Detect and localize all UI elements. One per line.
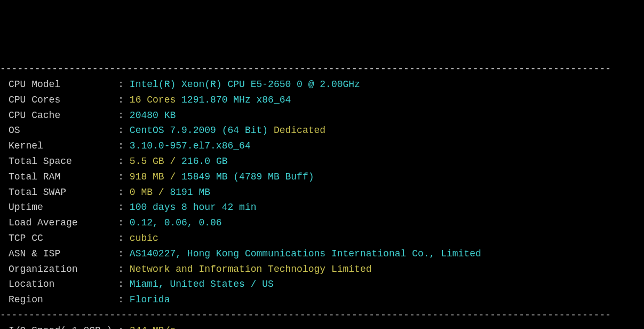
info-value: 8191 MB [164, 187, 210, 198]
info-value: 0 MB / [130, 187, 164, 198]
info-value: 5.5 GB / [130, 156, 176, 167]
info-value: AS140227, Hong Kong Communications Inter… [130, 248, 481, 259]
info-value: 16 Cores [130, 95, 176, 105]
info-label: ASN & ISP [9, 248, 118, 259]
info-row: Total Space : 5.5 GB / 216.0 GB [0, 154, 644, 169]
info-row: Uptime : 100 days 8 hour 42 min [0, 200, 644, 215]
colon: : [118, 140, 130, 151]
info-row: Load Average : 0.12, 0.06, 0.06 [0, 215, 644, 231]
colon: : [118, 248, 130, 259]
info-row: CPU Cache : 20480 KB [0, 108, 644, 123]
divider: ----------------------------------------… [0, 61, 644, 77]
info-row: Kernel : 3.10.0-957.el7.x86_64 [0, 138, 644, 154]
info-label: Uptime [9, 202, 118, 213]
colon: : [118, 325, 130, 329]
info-value: 15849 MB (4789 MB Buff) [176, 171, 314, 182]
info-value: 0.12, 0.06, 0.06 [130, 217, 222, 228]
info-label: Total RAM [9, 171, 118, 182]
info-label: TCP CC [9, 233, 118, 244]
io-label: I/O Speed( 1.0GB ) [9, 325, 118, 329]
info-label: Total Space [9, 156, 118, 167]
info-value: cubic [130, 233, 158, 244]
info-row: Total RAM : 918 MB / 15849 MB (4789 MB B… [0, 169, 644, 185]
info-value: Florida [130, 294, 170, 305]
info-value: 216.0 GB [176, 156, 227, 167]
info-label: CPU Cache [9, 110, 118, 121]
info-label: CPU Model [9, 79, 118, 90]
colon: : [118, 110, 130, 121]
io-row: I/O Speed( 1.0GB ) : 344 MB/s [0, 323, 644, 329]
info-value: Dedicated [274, 125, 325, 136]
colon: : [118, 95, 130, 105]
info-label: Total SWAP [9, 187, 118, 198]
info-value: 3.10.0-957.el7.x86_64 [130, 140, 251, 151]
info-value: Network and Information Technology Limit… [130, 264, 372, 275]
info-row: Region : Florida [0, 292, 644, 308]
info-value: CentOS 7.9.2009 (64 Bit) [130, 125, 274, 136]
colon: : [118, 171, 130, 182]
info-row: TCP CC : cubic [0, 231, 644, 246]
info-row: Total SWAP : 0 MB / 8191 MB [0, 185, 644, 200]
divider: ----------------------------------------… [0, 308, 644, 323]
info-row: CPU Cores : 16 Cores 1291.870 MHz x86_64 [0, 92, 644, 108]
colon: : [118, 233, 130, 244]
colon: : [118, 202, 130, 213]
colon: : [118, 279, 130, 289]
colon: : [118, 217, 130, 228]
info-value: 100 days 8 hour 42 min [130, 202, 257, 213]
info-row: ASN & ISP : AS140227, Hong Kong Communic… [0, 246, 644, 262]
info-label: Region [9, 294, 118, 305]
colon: : [118, 294, 130, 305]
info-label: OS [9, 125, 118, 136]
info-row: CPU Model : Intel(R) Xeon(R) CPU E5-2650… [0, 77, 644, 92]
info-value: 918 MB / [130, 171, 176, 182]
info-row: OS : CentOS 7.9.2009 (64 Bit) Dedicated [0, 123, 644, 138]
colon: : [118, 125, 130, 136]
info-label: Location [9, 279, 118, 289]
io-value: 344 MB/s [130, 325, 176, 329]
info-label: CPU Cores [9, 95, 118, 105]
colon: : [118, 264, 130, 275]
info-value: 1291.870 MHz x86_64 [176, 95, 291, 105]
terminal-output: ----------------------------------------… [0, 61, 644, 329]
info-value: Miami, United States / US [130, 279, 274, 289]
colon: : [118, 187, 130, 198]
info-row: Organization : Network and Information T… [0, 262, 644, 277]
info-label: Organization [9, 264, 118, 275]
colon: : [118, 79, 130, 90]
info-label: Kernel [9, 140, 118, 151]
info-row: Location : Miami, United States / US [0, 277, 644, 292]
info-value: 20480 KB [130, 110, 176, 121]
colon: : [118, 156, 130, 167]
info-label: Load Average [9, 217, 118, 228]
info-value: Intel(R) Xeon(R) CPU E5-2650 0 @ 2.00GHz [130, 79, 360, 90]
